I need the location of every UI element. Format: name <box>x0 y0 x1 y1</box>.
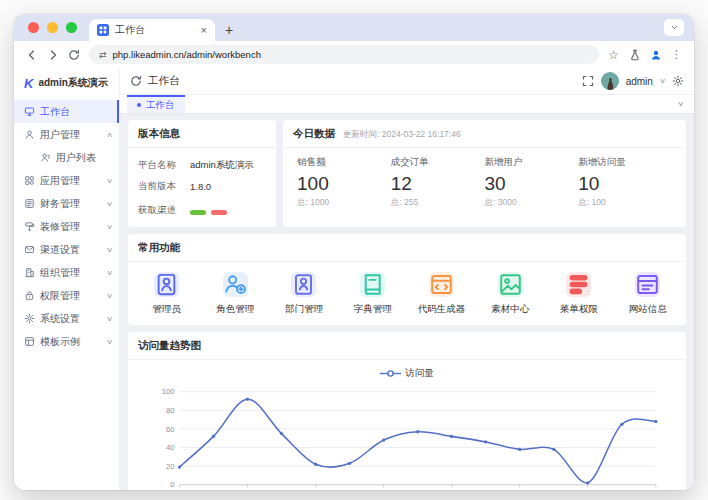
quick-function-item[interactable]: 角色管理 <box>216 272 254 316</box>
back-icon[interactable] <box>26 49 38 61</box>
sidebar-item[interactable]: 组织管理 ∨ <box>14 261 119 284</box>
forward-icon[interactable] <box>47 49 59 61</box>
site-favicon <box>97 24 109 36</box>
visits-trend-card: 访问量趋势图 访问量 0204060801002024/03/082024/03… <box>128 332 686 490</box>
sidebar: K admin系统演示 工作台 用户管理 ∧ 用户列表 应用管理 <box>14 68 120 490</box>
website-icon <box>635 272 660 297</box>
browser-tab[interactable]: 工作台 × <box>89 19 215 41</box>
quick-function-item[interactable]: 代码生成器 <box>418 272 466 316</box>
minimize-window-icon[interactable] <box>47 22 58 33</box>
workspace-tab-active[interactable]: 工作台 <box>127 95 185 113</box>
browser-menu-icon[interactable]: ⋮ <box>671 48 682 61</box>
sidebar-item[interactable]: 用户管理 ∧ <box>14 123 119 146</box>
app-grid-icon <box>24 175 35 186</box>
functions-card-title: 常用功能 <box>138 241 180 255</box>
sidebar-item[interactable]: 应用管理 ∨ <box>14 169 119 192</box>
sidebar-item[interactable]: 模板示例 ∨ <box>14 330 119 353</box>
logo-text: admin系统演示 <box>38 76 107 90</box>
profile-icon[interactable] <box>650 49 662 61</box>
quick-function-item[interactable]: 网站信息 <box>629 272 667 316</box>
svg-text:20: 20 <box>166 462 175 471</box>
refresh-icon[interactable] <box>130 75 142 87</box>
channel-button[interactable] <box>190 210 206 215</box>
avatar[interactable] <box>601 72 619 90</box>
user-icon <box>24 129 35 140</box>
sidebar-item[interactable]: 财务管理 ∨ <box>14 192 119 215</box>
template-icon <box>24 336 35 347</box>
labs-icon[interactable] <box>629 49 641 61</box>
quick-function-item[interactable]: 素材中心 <box>491 272 529 316</box>
url-bar[interactable]: ⇄ php.likeadmin.cn/admin/workbench <box>89 45 599 64</box>
legend-label: 访问量 <box>405 367 434 380</box>
functions-grid: 管理员 角色管理 部门管理 字典管理 代码生成器 <box>128 262 686 325</box>
browser-tab-strip: 工作台 × + <box>14 14 694 41</box>
chart-legend[interactable]: 访问量 <box>138 365 676 382</box>
tab-list-chevron-icon[interactable] <box>664 19 684 36</box>
quick-function-item[interactable]: 菜单权限 <box>560 272 598 316</box>
chevron-icon: ∨ <box>106 223 113 231</box>
sidebar-item[interactable]: 渠道设置 ∨ <box>14 238 119 261</box>
svg-text:80: 80 <box>166 406 175 415</box>
sidebar-item[interactable]: 权限管理 ∨ <box>14 284 119 307</box>
browser-address-bar: ⇄ php.likeadmin.cn/admin/workbench ☆ ⋮ <box>14 41 694 68</box>
gear-icon <box>24 313 35 324</box>
lock-icon <box>24 290 35 301</box>
material-icon <box>498 272 523 297</box>
sidebar-item[interactable]: 用户列表 <box>14 146 119 169</box>
quick-function-item[interactable]: 部门管理 <box>285 272 323 316</box>
tabbar-chevron-icon[interactable]: ∨ <box>677 100 694 108</box>
close-window-icon[interactable] <box>28 22 39 33</box>
reload-icon[interactable] <box>68 49 80 61</box>
settings-gear-icon[interactable] <box>672 75 684 87</box>
chart-card-title: 访问量趋势图 <box>138 339 201 353</box>
user-menu-chevron-icon[interactable]: ∨ <box>659 77 666 85</box>
chevron-icon: ∨ <box>106 269 113 277</box>
chevron-icon: ∨ <box>106 338 113 346</box>
app-logo[interactable]: K admin系统演示 <box>14 68 119 98</box>
main-area: 工作台 admin ∨ 工作台 ∨ <box>120 68 694 490</box>
svg-text:100: 100 <box>162 387 175 396</box>
sidebar-item[interactable]: 系统设置 ∨ <box>14 307 119 330</box>
stat-item: 成交订单 12 总: 255 <box>391 156 485 209</box>
browser-window: 工作台 × + ⇄ php.likeadmin.cn/admin/workben… <box>14 14 694 490</box>
org-icon <box>24 267 35 278</box>
admin-app: K admin系统演示 工作台 用户管理 ∧ 用户列表 应用管理 <box>14 68 694 490</box>
today-card-title: 今日数据 <box>293 127 335 141</box>
zoom-window-icon[interactable] <box>66 22 77 33</box>
channel-buttons <box>190 201 232 219</box>
decorate-icon <box>24 221 35 232</box>
role-icon <box>223 272 248 297</box>
url-text: php.likeadmin.cn/admin/workbench <box>113 49 261 60</box>
bookmark-star-icon[interactable]: ☆ <box>608 49 620 61</box>
update-time: 更新时间: 2024-03-22 16:17:46 <box>343 129 461 141</box>
chevron-icon: ∨ <box>106 246 113 254</box>
content-area: 版本信息 平台名称 admin系统演示 当前版本 1.8.0 <box>120 114 694 490</box>
quick-function-item[interactable]: 管理员 <box>152 272 181 316</box>
monitor-icon <box>24 106 35 117</box>
sidebar-item[interactable]: 装修管理 ∨ <box>14 215 119 238</box>
chevron-icon: ∨ <box>106 315 113 323</box>
legend-marker-icon <box>380 369 401 378</box>
version-card: 版本信息 平台名称 admin系统演示 当前版本 1.8.0 <box>128 120 276 227</box>
app-header: 工作台 admin ∨ <box>120 68 694 94</box>
quick-functions-card: 常用功能 管理员 角色管理 部门管理 字典管理 <box>128 234 686 325</box>
site-info-icon[interactable]: ⇄ <box>99 50 107 60</box>
channel-button[interactable] <box>211 210 227 215</box>
new-tab-button[interactable]: + <box>225 22 233 38</box>
dept-icon <box>291 272 316 297</box>
workspace-tab-bar: 工作台 ∨ <box>120 95 694 114</box>
dict-icon <box>360 272 385 297</box>
logo-mark-icon: K <box>24 76 33 91</box>
stat-item: 新增访问量 10 总: 100 <box>578 156 672 209</box>
username[interactable]: admin <box>626 76 653 87</box>
fullscreen-icon[interactable] <box>582 75 594 87</box>
admin-badge-icon <box>154 272 179 297</box>
quick-function-item[interactable]: 字典管理 <box>354 272 392 316</box>
workspace-tab-label: 工作台 <box>146 99 175 112</box>
chevron-icon: ∨ <box>106 177 113 185</box>
sidebar-item[interactable]: 工作台 <box>14 100 119 123</box>
chevron-icon: ∨ <box>106 292 113 300</box>
user-list-icon <box>40 152 51 163</box>
tab-close-icon[interactable]: × <box>201 25 207 36</box>
svg-text:60: 60 <box>166 425 175 434</box>
